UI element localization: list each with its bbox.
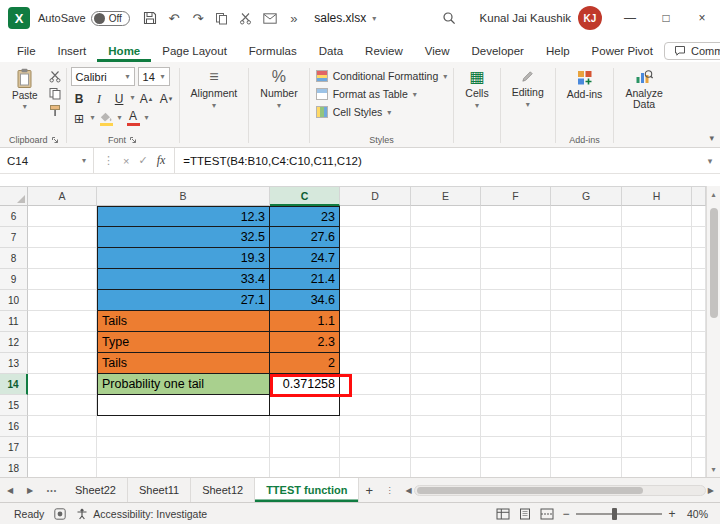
editing-button[interactable]: Editing ▾	[505, 67, 551, 111]
autosave-toggle[interactable]: AutoSave Off	[38, 11, 130, 26]
vertical-scrollbar[interactable]: ▴ ▾	[706, 186, 720, 477]
cell-C9[interactable]: 21.4	[270, 269, 340, 290]
cell-filler-6[interactable]	[692, 206, 706, 227]
cell-F6[interactable]	[481, 206, 551, 227]
row-header-8[interactable]: 8	[0, 248, 28, 269]
title-dropdown-icon[interactable]: ▾	[372, 14, 376, 23]
cell-H14[interactable]	[622, 374, 692, 395]
tab-formulas[interactable]: Formulas	[238, 41, 308, 62]
cell-D9[interactable]	[340, 269, 411, 290]
cell-H12[interactable]	[622, 332, 692, 353]
cell-C17[interactable]	[270, 437, 340, 458]
editing-dropdown-icon[interactable]: ▾	[526, 100, 530, 109]
cell-G13[interactable]	[551, 353, 622, 374]
cell-G16[interactable]	[551, 416, 622, 437]
row-header-6[interactable]: 6	[0, 206, 28, 227]
save-button[interactable]	[139, 7, 161, 29]
redo-button[interactable]: ↷	[187, 7, 209, 29]
cell-C14[interactable]: 0.371258	[270, 374, 340, 395]
cell-G18[interactable]	[551, 458, 622, 477]
column-header-G[interactable]: G	[551, 187, 622, 206]
cell-H11[interactable]	[622, 311, 692, 332]
cell-E6[interactable]	[411, 206, 481, 227]
zoom-slider-handle[interactable]	[612, 508, 617, 520]
name-box[interactable]: C14 ▾	[0, 148, 94, 173]
row-header-12[interactable]: 12	[0, 332, 28, 353]
cell-E16[interactable]	[411, 416, 481, 437]
cell-F14[interactable]	[481, 374, 551, 395]
paste-dropdown-icon[interactable]: ▾	[23, 102, 27, 111]
paste-button[interactable]: Paste ▾	[6, 67, 44, 112]
cell-A15[interactable]	[28, 395, 97, 416]
cell-G10[interactable]	[551, 290, 622, 311]
conditional-formatting-button[interactable]: Conditional Formatting▾	[314, 67, 450, 85]
view-page-break-button[interactable]	[536, 503, 558, 524]
cell-C18[interactable]	[270, 458, 340, 477]
font-color-button[interactable]: A	[125, 109, 142, 126]
cell-E14[interactable]	[411, 374, 481, 395]
cell-F8[interactable]	[481, 248, 551, 269]
cell-D8[interactable]	[340, 248, 411, 269]
cell-B6[interactable]: 12.3	[97, 206, 270, 227]
cell-H9[interactable]	[622, 269, 692, 290]
cell-H15[interactable]	[622, 395, 692, 416]
cell-A11[interactable]	[28, 311, 97, 332]
format-as-table-button[interactable]: Format as Table▾	[314, 85, 450, 103]
analyze-data-button[interactable]: Analyze Data	[618, 67, 669, 112]
cell-F16[interactable]	[481, 416, 551, 437]
cell-F18[interactable]	[481, 458, 551, 477]
quick-access-mail-button[interactable]	[259, 7, 281, 29]
macro-record-button[interactable]	[54, 508, 66, 520]
cell-B7[interactable]: 32.5	[97, 227, 270, 248]
font-dialog-launcher-icon[interactable]	[129, 136, 137, 144]
zoom-slider[interactable]	[576, 503, 662, 524]
cell-E7[interactable]	[411, 227, 481, 248]
row-header-10[interactable]: 10	[0, 290, 28, 311]
tab-insert[interactable]: Insert	[47, 41, 98, 62]
underline-button[interactable]: U	[111, 89, 128, 106]
font-size-select[interactable]: 14 ▾	[138, 67, 170, 86]
cell-F10[interactable]	[481, 290, 551, 311]
cell-B9[interactable]: 33.4	[97, 269, 270, 290]
accessibility-status[interactable]: Accessibility: Investigate	[76, 508, 207, 520]
minimize-button[interactable]: —	[612, 0, 648, 36]
cell-A16[interactable]	[28, 416, 97, 437]
cell-filler-14[interactable]	[692, 374, 706, 395]
cell-F12[interactable]	[481, 332, 551, 353]
cell-B8[interactable]: 19.3	[97, 248, 270, 269]
cell-H13[interactable]	[622, 353, 692, 374]
ribbon-collapse-icon[interactable]: ▾	[709, 133, 714, 143]
cell-G11[interactable]	[551, 311, 622, 332]
cell-H16[interactable]	[622, 416, 692, 437]
quick-access-overflow[interactable]: »	[283, 7, 305, 29]
number-dropdown-icon[interactable]: ▾	[277, 101, 281, 110]
cell-E12[interactable]	[411, 332, 481, 353]
cell-F7[interactable]	[481, 227, 551, 248]
alignment-dropdown-icon[interactable]: ▾	[212, 101, 216, 110]
cut-icon[interactable]	[48, 70, 62, 83]
view-page-layout-button[interactable]	[514, 503, 536, 524]
cell-D15[interactable]	[340, 395, 411, 416]
cell-A9[interactable]	[28, 269, 97, 290]
sheet-tab-ttest-function[interactable]: TTEST function	[255, 478, 359, 502]
cancel-entry-icon[interactable]: ×	[123, 155, 129, 167]
cell-B10[interactable]: 27.1	[97, 290, 270, 311]
copy-icon[interactable]	[48, 87, 62, 100]
cell-G7[interactable]	[551, 227, 622, 248]
cell-C12[interactable]: 2.3	[270, 332, 340, 353]
column-header-B[interactable]: B	[97, 187, 270, 206]
undo-button[interactable]: ↶	[163, 7, 185, 29]
cell-filler-12[interactable]	[692, 332, 706, 353]
cell-B16[interactable]	[97, 416, 270, 437]
formula-bar-expand-icon[interactable]: ▾	[700, 148, 720, 173]
tab-data[interactable]: Data	[308, 41, 354, 62]
vscroll-thumb[interactable]	[710, 208, 718, 318]
cell-G17[interactable]	[551, 437, 622, 458]
tab-developer[interactable]: Developer	[461, 41, 535, 62]
tab-view[interactable]: View	[414, 41, 461, 62]
cell-A6[interactable]	[28, 206, 97, 227]
sheet-options-kebab-icon[interactable]: ⋮	[379, 478, 399, 502]
cell-E17[interactable]	[411, 437, 481, 458]
sheet-tab-sheet12[interactable]: Sheet12	[191, 478, 255, 502]
hscroll-right-icon[interactable]: ▶	[708, 486, 714, 495]
